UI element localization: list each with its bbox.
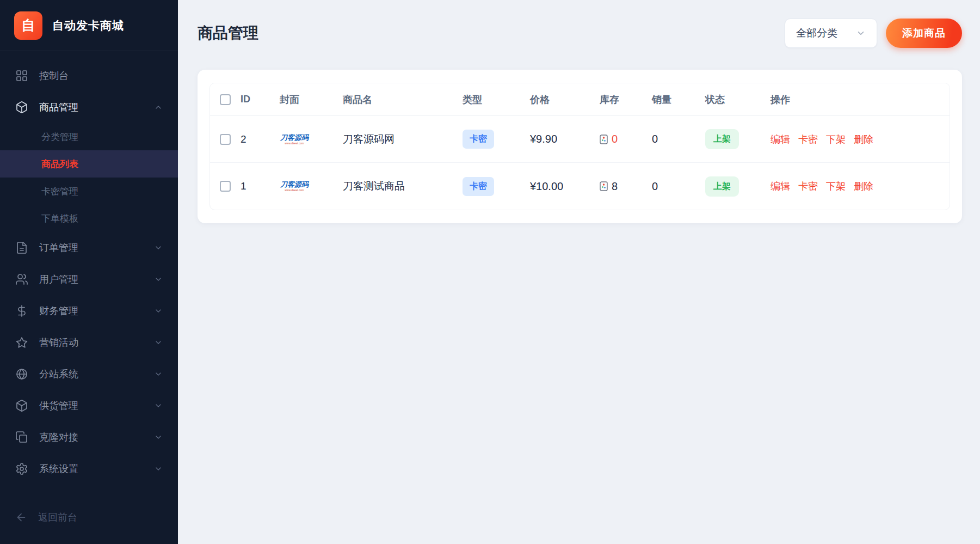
stock-number: 8 — [612, 180, 618, 193]
column-header-cover: 封面 — [280, 93, 343, 106]
cell-stock: 8 — [600, 180, 652, 193]
sidebar-item-finance[interactable]: 财务管理 — [0, 295, 178, 327]
type-badge: 卡密 — [463, 177, 494, 196]
sidebar-item-label: 财务管理 — [39, 304, 78, 317]
cell-actions: 编辑 卡密 下架 删除 — [771, 180, 950, 193]
cover-logo-text: 刀客源码 — [280, 134, 309, 141]
edit-action-link[interactable]: 编辑 — [771, 133, 790, 146]
chevron-down-icon — [154, 401, 163, 410]
cube-icon — [15, 399, 28, 412]
product-cover-image: 刀客源码 www.dkewl.com — [280, 125, 309, 154]
add-product-button[interactable]: 添加商品 — [886, 19, 962, 48]
chevron-up-icon — [154, 103, 163, 112]
category-filter-value: 全部分类 — [796, 26, 837, 40]
status-badge: 上架 — [705, 129, 739, 149]
cover-logo-text: 刀客源码 — [280, 181, 309, 188]
sidebar-subitem-categories[interactable]: 分类管理 — [0, 123, 178, 150]
sidebar: 自 自动发卡商城 控制台 商品管理 分类管理 商品列表 卡密管理 下单模板 — [0, 0, 178, 544]
chevron-down-icon — [154, 433, 163, 442]
sidebar-nav: 控制台 商品管理 分类管理 商品列表 卡密管理 下单模板 订单管理 — [0, 51, 178, 485]
sidebar-item-label: 分站系统 — [39, 368, 78, 381]
card-stock-icon — [600, 135, 608, 144]
column-header-sales: 销量 — [652, 93, 705, 106]
edit-action-link[interactable]: 编辑 — [771, 180, 790, 193]
category-filter-select[interactable]: 全部分类 — [785, 19, 877, 48]
column-header-stock: 库存 — [600, 93, 652, 106]
sidebar-item-clone[interactable]: 克隆对接 — [0, 421, 178, 453]
sidebar-item-label: 供货管理 — [39, 399, 78, 412]
sidebar-item-settings[interactable]: 系统设置 — [0, 453, 178, 485]
sidebar-item-users[interactable]: 用户管理 — [0, 264, 178, 295]
type-badge: 卡密 — [463, 130, 494, 149]
chevron-down-icon — [154, 307, 163, 315]
table-header-row: ID 封面 商品名 类型 价格 库存 销量 状态 操作 — [210, 83, 950, 116]
column-header-type: 类型 — [463, 93, 530, 106]
select-all-checkbox[interactable] — [220, 94, 231, 105]
sidebar-item-substation[interactable]: 分站系统 — [0, 358, 178, 390]
sidebar-subitem-order-template[interactable]: 下单模板 — [0, 205, 178, 232]
sidebar-item-orders[interactable]: 订单管理 — [0, 232, 178, 264]
cube-icon — [15, 101, 28, 114]
brand: 自 自动发卡商城 — [0, 0, 178, 51]
sidebar-item-label: 控制台 — [39, 69, 69, 82]
sidebar-item-label: 订单管理 — [39, 241, 78, 254]
products-card: ID 封面 商品名 类型 价格 库存 销量 状态 操作 2 刀客源码 www.d… — [198, 70, 962, 223]
gear-icon — [15, 462, 28, 475]
table-row: 1 刀客源码 www.dkewl.com 刀客测试商品 卡密 ¥10.00 8 … — [210, 163, 950, 210]
brand-logo: 自 — [14, 11, 42, 40]
back-to-frontend-link[interactable]: 返回前台 — [0, 503, 178, 532]
cardkey-action-link[interactable]: 卡密 — [798, 180, 818, 193]
document-icon — [15, 241, 28, 254]
row-checkbox[interactable] — [220, 134, 231, 145]
table-row: 2 刀客源码 www.dkewl.com 刀客源码网 卡密 ¥9.90 0 0 — [210, 116, 950, 163]
sidebar-item-label: 克隆对接 — [39, 431, 78, 444]
column-header-id: ID — [241, 94, 280, 105]
column-header-price: 价格 — [530, 93, 600, 106]
products-table: ID 封面 商品名 类型 价格 库存 销量 状态 操作 2 刀客源码 www.d… — [209, 83, 950, 210]
cell-price: ¥9.90 — [530, 133, 600, 145]
star-icon — [15, 336, 28, 349]
cell-id: 2 — [241, 133, 280, 145]
cardkey-action-link[interactable]: 卡密 — [798, 133, 818, 146]
sidebar-item-marketing[interactable]: 营销活动 — [0, 327, 178, 358]
chevron-down-icon — [154, 370, 163, 378]
copy-icon — [15, 431, 28, 444]
header-controls: 全部分类 添加商品 — [785, 19, 962, 48]
chevron-down-icon — [154, 275, 163, 284]
users-icon — [15, 273, 28, 286]
dashboard-icon — [15, 69, 28, 82]
unlist-action-link[interactable]: 下架 — [826, 133, 846, 146]
sidebar-subitem-product-list[interactable]: 商品列表 — [0, 150, 178, 178]
cover-logo-url: www.dkewl.com — [285, 189, 304, 192]
cell-product-name: 刀客测试商品 — [343, 179, 463, 193]
cell-product-name: 刀客源码网 — [343, 132, 463, 146]
delete-action-link[interactable]: 删除 — [854, 180, 873, 193]
unlist-action-link[interactable]: 下架 — [826, 180, 846, 193]
status-badge: 上架 — [705, 176, 739, 197]
dollar-icon — [15, 304, 28, 317]
cell-actions: 编辑 卡密 下架 删除 — [771, 133, 950, 146]
cell-sales: 0 — [652, 133, 705, 145]
sidebar-item-dashboard[interactable]: 控制台 — [0, 60, 178, 91]
column-header-name: 商品名 — [343, 93, 463, 106]
sidebar-item-products[interactable]: 商品管理 — [0, 91, 178, 123]
cell-id: 1 — [241, 180, 280, 192]
arrow-left-icon — [15, 511, 27, 523]
sidebar-item-label: 营销活动 — [39, 336, 78, 349]
cover-logo-url: www.dkewl.com — [285, 142, 304, 145]
column-header-status: 状态 — [705, 93, 771, 106]
sidebar-item-label: 商品管理 — [39, 101, 78, 114]
sidebar-subitem-card-keys[interactable]: 卡密管理 — [0, 178, 178, 205]
sidebar-item-label: 用户管理 — [39, 273, 78, 286]
main-content: 商品管理 全部分类 添加商品 ID 封面 商品名 类型 价格 库存 销量 — [178, 0, 980, 544]
sidebar-item-label: 系统设置 — [39, 462, 78, 475]
back-to-frontend-label: 返回前台 — [38, 511, 77, 524]
globe-icon — [15, 368, 28, 381]
delete-action-link[interactable]: 删除 — [854, 133, 873, 146]
cell-sales: 0 — [652, 180, 705, 193]
sidebar-item-supply[interactable]: 供货管理 — [0, 390, 178, 421]
chevron-down-icon — [856, 28, 866, 38]
page-title: 商品管理 — [198, 23, 258, 44]
row-checkbox[interactable] — [220, 181, 231, 192]
chevron-down-icon — [154, 243, 163, 252]
